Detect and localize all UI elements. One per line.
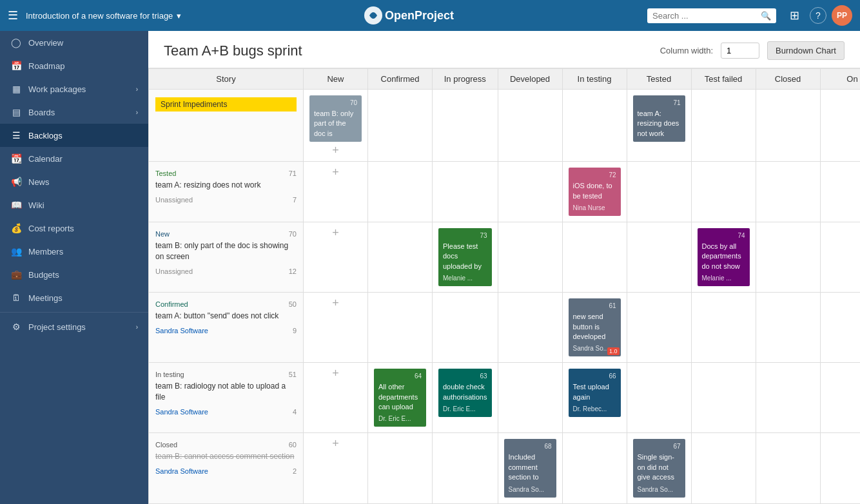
board-title: Team A+B bugs sprint bbox=[164, 43, 302, 59]
sidebar-item-project-settings[interactable]: ⚙ Project settings › bbox=[0, 315, 148, 338]
board-cell-developed: 68 Included comment section to Sandra So… bbox=[498, 433, 562, 503]
board-card[interactable]: 72 iOS done, to be tested Nina Nurse bbox=[569, 168, 621, 216]
card-title: iOS done, to be tested bbox=[573, 181, 616, 201]
table-row: Tested 71 team A: resizing does not work… bbox=[149, 162, 861, 222]
add-button[interactable]: + bbox=[308, 144, 364, 157]
story-title: team A: resizing does not work bbox=[155, 180, 297, 191]
board-card[interactable]: 70 team B: only part of the doc is bbox=[309, 95, 362, 142]
work-packages-icon: ▦ bbox=[10, 84, 22, 94]
sidebar-item-budgets[interactable]: 💼 Budgets bbox=[0, 263, 148, 286]
sidebar-item-label: Cost reports bbox=[28, 224, 74, 233]
story-card: Closed 60 team B: cannot access comment … bbox=[155, 438, 297, 478]
story-cell: New 70 team B: only part of the doc is s… bbox=[149, 222, 304, 292]
story-assignee: Unassigned bbox=[155, 267, 193, 275]
svg-text:OpenProject: OpenProject bbox=[385, 9, 454, 22]
board-card[interactable]: 66 Test upload again Dr. Rebec... bbox=[569, 369, 621, 417]
board-card[interactable]: 64 All other departments can upload Dr. … bbox=[374, 369, 426, 427]
story-cell: Confirmed 50 team A: button "send" does … bbox=[149, 293, 304, 363]
menu-icon[interactable]: ☰ bbox=[8, 8, 18, 23]
help-icon[interactable]: ? bbox=[810, 7, 826, 24]
story-assignee: Sandra Software bbox=[155, 467, 208, 475]
card-assignee: Melanie ... bbox=[702, 274, 745, 283]
add-button[interactable]: + bbox=[308, 367, 364, 380]
empty-cell bbox=[691, 90, 756, 162]
sidebar-item-roadmap[interactable]: 📅 Roadmap bbox=[0, 54, 148, 77]
add-button[interactable]: + bbox=[308, 437, 364, 451]
empty-cell bbox=[691, 293, 756, 363]
story-cell: Tested 71 team A: resizing does not work… bbox=[149, 162, 304, 222]
col-story: Story bbox=[149, 69, 304, 90]
board-cell-test-failed: 74 Docs by all departments do not show M… bbox=[691, 222, 756, 292]
story-title: team B: only part of the doc is showing … bbox=[155, 240, 297, 262]
story-status-number: 70 bbox=[289, 230, 297, 238]
sidebar-item-calendar[interactable]: 📆 Calendar bbox=[0, 147, 148, 170]
board-card[interactable]: 61 new send button is developed Sandra S… bbox=[569, 298, 621, 356]
sidebar-item-members[interactable]: 👥 Members bbox=[0, 240, 148, 263]
empty-cell bbox=[498, 162, 562, 222]
empty-cell bbox=[756, 162, 820, 222]
story-count: 2 bbox=[293, 467, 297, 475]
board-card[interactable]: 63 double check authorisations Dr. Eric … bbox=[438, 369, 492, 417]
table-row: New 70 team B: only part of the doc is s… bbox=[149, 222, 861, 292]
burndown-chart-button[interactable]: Burndown Chart bbox=[767, 41, 845, 60]
meetings-icon: 🗓 bbox=[10, 293, 22, 303]
sidebar-item-work-packages[interactable]: ▦ Work packages › bbox=[0, 77, 148, 101]
story-status: Confirmed bbox=[155, 300, 188, 308]
avatar[interactable]: PP bbox=[832, 5, 852, 26]
add-button[interactable]: + bbox=[308, 166, 364, 179]
story-cell: Sprint Impediments bbox=[149, 90, 304, 162]
table-row: Sprint Impediments 70 team B: only part … bbox=[149, 90, 861, 162]
empty-cell bbox=[498, 222, 562, 292]
board-controls: Column width: Burndown Chart bbox=[660, 41, 845, 60]
col-width-input[interactable] bbox=[721, 43, 759, 59]
card-number: 64 bbox=[378, 372, 422, 381]
card-number: 61 bbox=[573, 302, 616, 311]
project-selector[interactable]: Introduction of a new software for triag… bbox=[26, 11, 181, 21]
sidebar-item-cost-reports[interactable]: 💰 Cost reports bbox=[0, 217, 148, 240]
card-number: 66 bbox=[573, 372, 616, 381]
board-container: Story New Confirmed In progress Develope… bbox=[148, 68, 860, 504]
card-number: 63 bbox=[443, 372, 487, 381]
table-row: Closed 60 team B: cannot access comment … bbox=[149, 433, 861, 503]
add-button[interactable]: + bbox=[308, 226, 364, 240]
sidebar-item-overview[interactable]: ◯ Overview bbox=[0, 31, 148, 54]
empty-cell bbox=[562, 433, 627, 503]
board-card[interactable]: 68 Included comment section to Sandra So… bbox=[504, 439, 556, 497]
card-number: 68 bbox=[509, 442, 552, 451]
search-box[interactable]: 🔍 bbox=[647, 8, 776, 23]
card-number: 73 bbox=[443, 231, 487, 240]
empty-cell bbox=[756, 363, 820, 433]
empty-cell bbox=[368, 90, 433, 162]
sidebar-item-news[interactable]: 📢 News bbox=[0, 170, 148, 193]
card-assignee: Dr. Eric E... bbox=[378, 414, 422, 423]
empty-cell bbox=[691, 433, 756, 503]
search-icon: 🔍 bbox=[761, 11, 771, 21]
grid-icon[interactable]: ⊞ bbox=[784, 5, 805, 26]
card-title: new send button is developed bbox=[573, 312, 616, 342]
story-status: Closed bbox=[155, 441, 177, 449]
sidebar-item-boards[interactable]: ▤ Boards › bbox=[0, 101, 148, 124]
empty-cell bbox=[820, 162, 860, 222]
board-card[interactable]: 74 Docs by all departments do not show M… bbox=[698, 228, 750, 286]
card-assignee: Sandra So... bbox=[509, 485, 552, 494]
news-icon: 📢 bbox=[10, 177, 22, 187]
sidebar-item-wiki[interactable]: 📖 Wiki bbox=[0, 193, 148, 217]
empty-cell bbox=[820, 222, 860, 292]
budgets-icon: 💼 bbox=[10, 269, 22, 280]
work-packages-arrow: › bbox=[136, 86, 138, 93]
story-title: team B: radiology not able to upload a f… bbox=[155, 381, 297, 403]
sidebar-item-meetings[interactable]: 🗓 Meetings bbox=[0, 286, 148, 309]
story-assignee: Sandra Software bbox=[155, 327, 208, 334]
card-assignee: Dr. Eric E... bbox=[443, 405, 487, 414]
empty-cell bbox=[433, 433, 498, 503]
add-button[interactable]: + bbox=[308, 296, 364, 310]
board-card[interactable]: 73 Please test docs uploaded by Melanie … bbox=[438, 228, 492, 286]
search-input[interactable] bbox=[652, 11, 757, 21]
sidebar-item-backlogs[interactable]: ☰ Backlogs bbox=[0, 124, 148, 147]
story-status: New bbox=[155, 230, 170, 238]
board-card[interactable]: 67 Single sign-on did not give access Sa… bbox=[633, 439, 685, 497]
col-closed: Closed bbox=[756, 69, 820, 90]
sidebar-item-label: Calendar bbox=[28, 154, 63, 164]
board-card[interactable]: 71 team A: resizing does not work bbox=[633, 95, 685, 142]
main-layout: ◯ Overview 📅 Roadmap ▦ Work packages › ▤… bbox=[0, 31, 860, 504]
